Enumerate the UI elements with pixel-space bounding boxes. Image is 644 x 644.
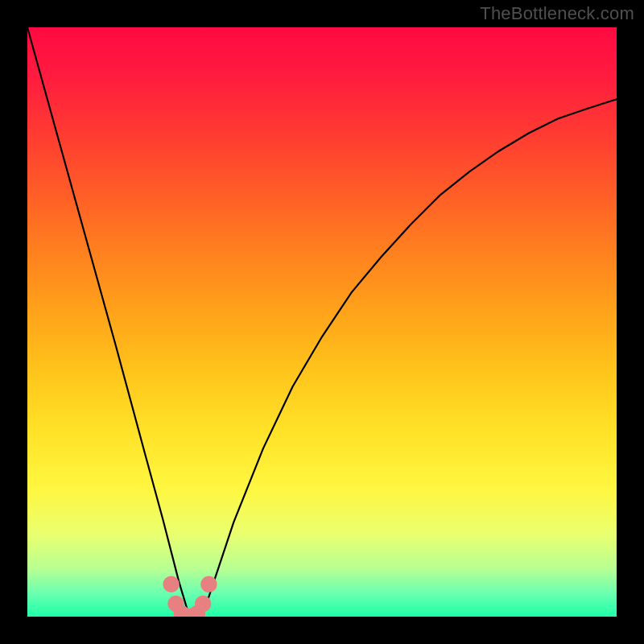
trough-marker <box>163 576 179 592</box>
chart-frame: TheBottleneck.com <box>0 0 644 644</box>
watermark-text: TheBottleneck.com <box>480 3 634 24</box>
plot-area <box>27 27 617 617</box>
bottleneck-curve <box>27 27 617 617</box>
trough-marker <box>195 596 211 612</box>
trough-marker <box>200 576 217 592</box>
curve-layer <box>27 27 617 617</box>
